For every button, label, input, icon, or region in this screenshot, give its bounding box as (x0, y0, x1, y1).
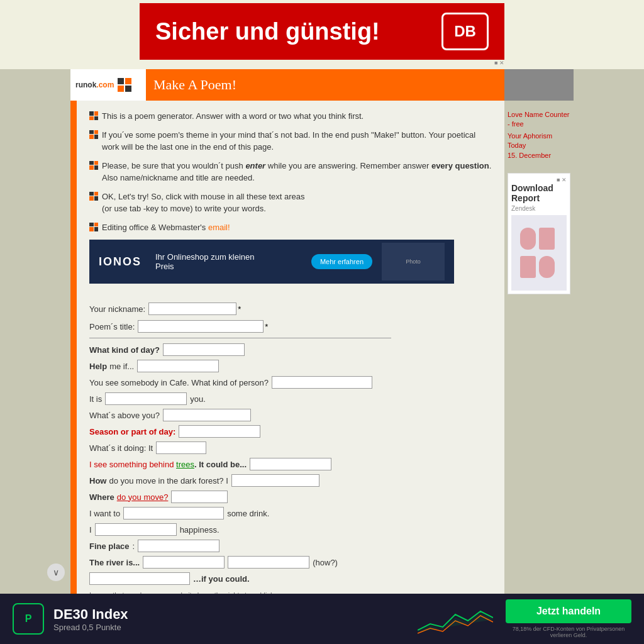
bottom-ad-logo-icon: P (25, 613, 32, 625)
q15-suffix: …if you could. (193, 574, 250, 584)
poem-title-row: Poem´s title: * (89, 320, 492, 333)
q4-suffix: you. (190, 394, 206, 404)
q10-prefix: Where (89, 492, 114, 502)
q14-row: The river is... (how?) (89, 556, 492, 569)
bottom-ad-banner: P DE30 Index Spread 0,5 Punkte Jetzt han… (0, 594, 644, 644)
q13-input[interactable] (138, 540, 219, 552)
poem-title-input[interactable] (138, 320, 264, 333)
logo-icon (118, 78, 131, 92)
ionos-cta-button[interactable]: Mehr erfahren (311, 254, 372, 269)
q12-suffix: happiness. (180, 525, 219, 535)
nickname-required: * (238, 304, 241, 314)
nickname-input[interactable] (148, 303, 236, 315)
poem-title-label: Poem´s title: (89, 322, 135, 331)
content-area: This is a poem generator. Answer with a … (77, 101, 504, 644)
q14-prefix: The river is... (89, 558, 140, 567)
q2-suffix: me if... (109, 362, 134, 371)
q11-suffix: some drink. (227, 509, 269, 518)
right-sidebar: Love Name Counter - free Your Aphorism T… (504, 101, 574, 644)
q2-row: Help me if... (89, 360, 492, 372)
right-ad-svg (514, 221, 564, 284)
header-bar: runok.com Make A Poem! (70, 69, 574, 101)
intro-block-1: This is a poem generator. Answer with a … (89, 110, 492, 123)
header-right-gray (504, 69, 574, 101)
q3-input[interactable] (272, 376, 372, 389)
bottom-ad-subtitle: Spread 0,5 Punkte (53, 623, 405, 632)
q5-input[interactable] (163, 409, 251, 421)
nickname-row: Your nickname: * (89, 303, 492, 315)
q13-row: Fine place : (89, 540, 492, 552)
bottom-ad-title: DE30 Index (53, 606, 405, 623)
bottom-ad-cta-button[interactable]: Jetzt handeln (506, 599, 631, 623)
q15-input[interactable] (89, 572, 190, 585)
q14-input1[interactable] (143, 556, 225, 569)
bottom-ad-chart (418, 602, 493, 636)
ad-x-top: ■ ✕ (140, 60, 504, 66)
right-ad-block: ■ ✕ Download Report Zendesk (508, 173, 570, 294)
intro-block-2: If you´ve some poem's theme in your mind… (89, 129, 492, 153)
sidebar-link-love[interactable]: Love Name Counter - free (508, 110, 570, 130)
scroll-down-indicator[interactable]: ∨ (47, 564, 65, 581)
intro-text-3: Please, be sure that you wouldn´t push e… (102, 160, 492, 184)
logo-text: runok.com (75, 80, 114, 89)
q11-input[interactable] (123, 507, 224, 519)
form-divider (89, 338, 391, 338)
q4-row: It is you. (89, 392, 492, 405)
sidebar-link-date[interactable]: 15. December (508, 151, 570, 160)
q9-prefix: How (89, 476, 106, 486)
q12-input[interactable] (95, 523, 177, 536)
q7-prefix: What´s it doing: It (89, 443, 153, 453)
form-section: Your nickname: * Poem´s title: * What ki… (89, 303, 492, 585)
q2-input[interactable] (137, 360, 219, 372)
q6-row: Season or part of day: (89, 425, 492, 438)
q10-link: do you move? (117, 492, 169, 502)
svg-rect-3 (539, 256, 555, 278)
right-ad-x: ■ ✕ (511, 177, 567, 183)
site-title-bar: Make A Poem! (146, 69, 504, 101)
intro-text-4: OK, Let's try! So, click with mouse in a… (102, 191, 305, 215)
poem-title-required: * (265, 322, 268, 331)
right-ad-brand: Zendesk (511, 205, 567, 212)
nickname-label: Your nickname: (89, 304, 145, 314)
q12-prefix: I (89, 525, 92, 535)
bullet-icon-5 (89, 223, 98, 231)
q9-row: How do you move in the dark forest? I (89, 474, 492, 487)
ionos-logo: IONOS (99, 255, 143, 269)
bottom-ad-right: Jetzt handeln 78,18% der CFD-Konten von … (506, 599, 631, 638)
left-orange-bar (70, 101, 77, 644)
svg-rect-1 (539, 228, 555, 250)
svg-rect-2 (520, 256, 536, 278)
sidebar-links: Love Name Counter - free Your Aphorism T… (508, 110, 570, 160)
q10-input[interactable] (171, 491, 228, 503)
ionos-ad-image: Photo (382, 243, 445, 280)
q1-input[interactable] (163, 343, 245, 356)
q4-input[interactable] (105, 392, 187, 405)
email-link[interactable]: email! (208, 223, 230, 232)
logo-area[interactable]: runok.com (70, 69, 146, 101)
q14-suffix: (how?) (313, 558, 338, 567)
intro-block-4: OK, Let's try! So, click with mouse in a… (89, 191, 492, 215)
svg-rect-0 (520, 228, 536, 250)
right-ad-visual (511, 215, 567, 291)
q6-input[interactable] (179, 425, 260, 438)
top-ad-text: Sicher und günstig! (155, 18, 380, 45)
q5-row: What´s above you? (89, 409, 492, 421)
q1-row: What kind of day? (89, 343, 492, 356)
q14-input2[interactable] (228, 556, 309, 569)
bullet-icon-3 (89, 161, 98, 170)
q7-input[interactable] (156, 441, 206, 454)
q5-label: What´s above you? (89, 411, 160, 420)
db-logo-icon: DB (441, 13, 489, 50)
q2-label: Help (89, 362, 107, 371)
intro-text-2: If you´ve some poem's theme in your mind… (102, 129, 492, 153)
q8-input[interactable] (250, 458, 331, 470)
sidebar-link-aphorism[interactable]: Your Aphorism Today (508, 131, 570, 151)
q10-row: Where do you move? (89, 491, 492, 503)
q7-row: What´s it doing: It (89, 441, 492, 454)
q8-prefix: I see something behind trees. It could b… (89, 460, 247, 469)
bottom-ad-logo-box: P (13, 603, 44, 635)
q4-prefix: It is (89, 394, 102, 404)
q9-input[interactable] (231, 474, 319, 487)
q8-row: I see something behind trees. It could b… (89, 458, 492, 470)
q3-row: You see somebody in Cafe. What kind of p… (89, 376, 492, 389)
